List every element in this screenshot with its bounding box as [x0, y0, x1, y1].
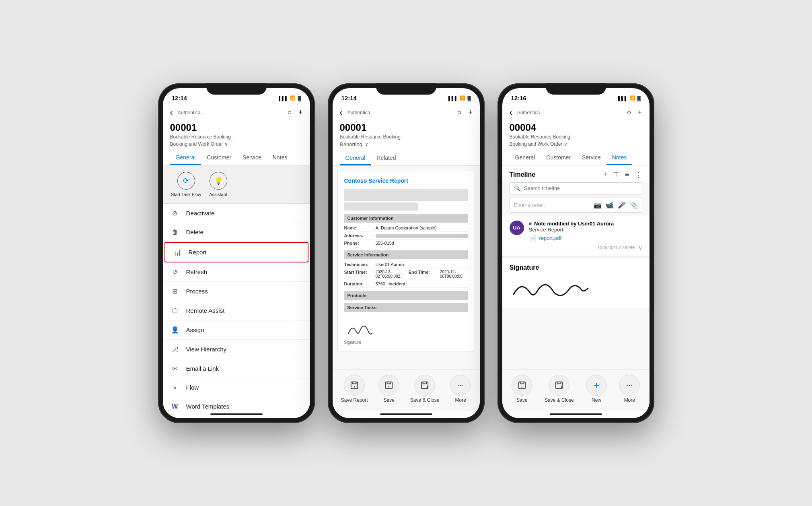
new-btn-3[interactable]: + New [586, 375, 607, 403]
tab-notes-1[interactable]: Notes [267, 151, 293, 165]
nav-bar-3: ‹ Authentica... ○ + [502, 106, 650, 120]
notch-1 [206, 83, 267, 95]
nav-icons-2: ○ + [457, 108, 472, 117]
quick-action-assistant[interactable]: 💡 Assistant [202, 172, 234, 197]
report-label: Report [189, 249, 207, 256]
search-icon-1[interactable]: ○ [288, 108, 292, 117]
nav-icons-3: ○ + [627, 108, 642, 117]
cmd-view-hierarchy[interactable]: ⎇ View Hierarchy [163, 340, 310, 359]
record-chevron-1[interactable]: ∨ [224, 141, 228, 147]
timeline-search-input[interactable] [524, 185, 638, 191]
record-line1-2: Bookable Resource Booking · [340, 134, 403, 140]
note-timestamp: 12/4/2020 7:28 PM [598, 245, 635, 250]
tab-service-1[interactable]: Service [237, 151, 267, 165]
incident-label: Incident: [389, 281, 417, 286]
record-chevron-3[interactable]: ∨ [564, 141, 567, 147]
search-icon-2[interactable]: ○ [457, 108, 462, 117]
cmd-assign[interactable]: 👤 Assign [163, 320, 310, 340]
mic-icon[interactable]: 🎤 [618, 201, 626, 209]
nav-icons-1: ○ + [288, 108, 302, 117]
record-id-3: 00004 [510, 122, 642, 133]
save-report-btn[interactable]: Save Report [341, 375, 368, 403]
cmd-delete[interactable]: 🗑 Delete [163, 223, 310, 242]
signature-section: Signature [502, 256, 650, 308]
add-icon-3[interactable]: + [638, 108, 642, 117]
signature-drawing [510, 276, 590, 300]
task-flow-icon: ⟳ [177, 172, 195, 190]
tab-customer-1[interactable]: Customer [201, 151, 237, 165]
timeline-filter-icon[interactable]: ⊤ [613, 170, 619, 179]
content-3: Timeline + ⊤ ≡ ⋮ 🔍 Enter a note... 📷 📹 [502, 165, 650, 370]
timeline-search-bar[interactable]: 🔍 [510, 182, 642, 194]
cmd-process[interactable]: ⊞ Process [163, 282, 310, 301]
tab-related-2[interactable]: Related [371, 151, 401, 165]
screen-1: 12:14 ▌▌▌ 📶 ▓ ‹ Authentica... ○ + 00001 … [163, 88, 310, 418]
svg-rect-1 [386, 382, 393, 388]
timeline-more-icon[interactable]: ⋮ [635, 170, 642, 179]
address-blurred [376, 234, 468, 238]
delete-icon: 🗑 [170, 229, 180, 236]
save-report-label: Save Report [341, 397, 368, 403]
duration-label: Duration: [344, 281, 372, 286]
timeline-add-icon[interactable]: + [603, 170, 607, 179]
home-indicator-3 [550, 413, 602, 415]
address-row: Address: [344, 232, 468, 240]
assign-label: Assign [186, 326, 204, 333]
phone-3: 12:16 ▌▌▌ 📶 ▓ ‹ Authentica... ○ + 00004 … [497, 83, 654, 423]
add-icon-1[interactable]: + [298, 108, 303, 117]
signature-section-title: Signature [510, 264, 642, 271]
note-title: ≡ Note modified by User01 Aurora [529, 221, 642, 227]
add-icon-2[interactable]: + [468, 108, 473, 117]
record-line1-1: Bookable Resource Booking · [170, 134, 234, 140]
record-id-1: 00001 [170, 122, 303, 133]
tab-general-2[interactable]: General [340, 151, 371, 165]
cmd-deactivate[interactable]: ⊘ Deactivate [163, 204, 310, 223]
record-header-2: 00001 Bookable Resource Booking · Report… [333, 120, 480, 152]
cmd-remote-assist[interactable]: ⬡ Remote Assist [163, 301, 310, 320]
cmd-report[interactable]: 📊 Report [164, 242, 308, 262]
tab-customer-3[interactable]: Customer [541, 151, 576, 165]
tab-notes-3[interactable]: Notes [606, 151, 633, 165]
save-btn-3[interactable]: Save [512, 375, 532, 403]
save-label-3: Save [516, 397, 527, 403]
more-btn-2[interactable]: ··· More [450, 375, 471, 403]
note-title-text: Note modified by User01 Aurora [534, 221, 614, 227]
email-link-label: Email a Link [186, 365, 219, 372]
attachment-name: report.pdf [539, 235, 562, 241]
save-close-label-2: Save & Close [410, 397, 440, 403]
record-line2-1: Booking and Work Order [170, 141, 223, 147]
screen-3: 12:16 ▌▌▌ 📶 ▓ ‹ Authentica... ○ + 00004 … [502, 88, 650, 418]
cmd-email-link[interactable]: ✉ Email a Link [163, 359, 310, 378]
timeline-sort-icon[interactable]: ≡ [625, 170, 629, 179]
tab-general-1[interactable]: General [170, 151, 201, 165]
back-button-2[interactable]: ‹ [340, 107, 343, 118]
email-link-icon: ✉ [170, 365, 180, 372]
search-icon-3[interactable]: ○ [627, 108, 631, 117]
camera-icon[interactable]: 📷 [594, 201, 602, 209]
cmd-list: ⊘ Deactivate 🗑 Delete 📊 Report ↺ Refresh… [163, 204, 310, 411]
timeline-action-buttons: + ⊤ ≡ ⋮ [603, 170, 642, 179]
video-icon[interactable]: 📹 [606, 201, 614, 209]
cmd-refresh[interactable]: ↺ Refresh [163, 262, 310, 282]
cmd-word-templates[interactable]: W Word Templates [163, 397, 310, 411]
save-close-btn-3[interactable]: Save & Close [545, 375, 574, 403]
start-value: 2020-12-02T06:00:00Z [376, 270, 405, 279]
tab-general-3[interactable]: General [510, 151, 541, 165]
attach-icon[interactable]: 📎 [630, 201, 638, 209]
reporting-chevron[interactable]: ∨ [365, 140, 368, 148]
time-1: 12:14 [172, 95, 187, 101]
back-button-3[interactable]: ‹ [510, 107, 512, 118]
note-expand-icon[interactable]: ∨ [638, 244, 642, 251]
note-attachment[interactable]: 📄 report.pdf [529, 234, 642, 242]
more-btn-3[interactable]: ··· More [619, 375, 640, 403]
process-label: Process [186, 288, 208, 295]
tab-service-3[interactable]: Service [576, 151, 606, 165]
end-value: 2020-12-06T06:00:00 [440, 270, 468, 279]
back-button-1[interactable]: ‹ [170, 107, 173, 118]
cmd-flow[interactable]: » Flow [163, 378, 310, 397]
quick-action-task-flow[interactable]: ⟳ Start Task Flow [170, 172, 202, 197]
time-3: 12:16 [511, 95, 526, 101]
save-btn-2[interactable]: Save [378, 375, 399, 403]
note-input-area[interactable]: Enter a note... 📷 📹 🎤 📎 [510, 198, 642, 213]
save-close-btn-2[interactable]: Save & Close [410, 375, 440, 403]
